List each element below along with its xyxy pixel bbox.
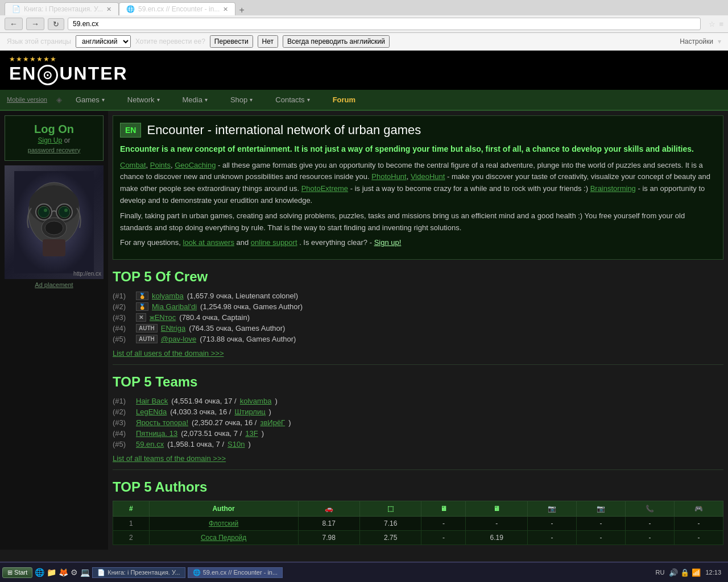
sidebar-image-inner bbox=[5, 165, 104, 279]
team-2-captain[interactable]: Штирлиц bbox=[234, 408, 265, 416]
monitor-icon-2: 🖥 bbox=[493, 505, 500, 513]
encounter-intro: EN Encounter - international network of … bbox=[113, 115, 723, 260]
signup-link[interactable]: Sign Up bbox=[38, 136, 63, 144]
svg-rect-11 bbox=[43, 239, 65, 256]
main-content: EN Encounter - international network of … bbox=[108, 111, 728, 550]
site-nav: Mobile version ◈ Games ▾ Network ▾ Media… bbox=[0, 90, 728, 111]
nav-item-media[interactable]: Media ▾ bbox=[171, 90, 219, 110]
team-5-link[interactable]: 59.en.cx bbox=[136, 440, 164, 448]
bookmark-icon[interactable]: ☆ bbox=[709, 20, 715, 28]
team-3-captain[interactable]: звИрёГ bbox=[260, 418, 285, 427]
list-item: (#4) Пятница. 13 (2,073.51 очка, 7 / 13F… bbox=[113, 428, 723, 439]
no-translate-button[interactable]: Нет bbox=[258, 35, 278, 48]
crew-member-2-link[interactable]: Mia Garibal'di bbox=[152, 302, 197, 311]
translate-language-select[interactable]: английский bbox=[76, 35, 131, 48]
rank-badge-5: AUTH bbox=[136, 335, 158, 343]
photohunt-link[interactable]: PhotoHunt bbox=[371, 172, 406, 181]
row1-val6: - bbox=[576, 517, 625, 531]
divider-2 bbox=[113, 469, 723, 470]
tab2-icon: 🌐 bbox=[126, 5, 135, 13]
top5-teams-title: TOP 5 Teams bbox=[113, 374, 723, 390]
list-item: (#1) 🏅 kolyamba (1,657.9 очка, Lieutenan… bbox=[113, 290, 723, 301]
support-link[interactable]: online support bbox=[251, 238, 297, 247]
translate-button[interactable]: Перевести bbox=[210, 35, 253, 48]
rank-badge-2: 🏅 bbox=[136, 302, 148, 311]
team-4-link[interactable]: Пятница. 13 bbox=[136, 429, 177, 438]
nav-item-forum[interactable]: Forum bbox=[321, 90, 367, 110]
svg-point-6 bbox=[59, 206, 70, 218]
team-1-captain[interactable]: kolvamba bbox=[240, 397, 272, 405]
list-item: (#3) Ярость топора! (2,350.27 очка, 16 /… bbox=[113, 417, 723, 428]
tab1-icon: 📄 bbox=[12, 5, 20, 13]
browser-nav-icons: ☆ ≡ bbox=[709, 20, 723, 28]
browser-tab-1[interactable]: 📄 Книга: i Презентация. У... ✕ bbox=[5, 2, 119, 15]
crew-member-3-link[interactable]: жENтос bbox=[150, 313, 176, 322]
team-3-link[interactable]: Ярость топора! bbox=[136, 418, 188, 427]
crew-member-4-link[interactable]: ENtriga bbox=[161, 324, 185, 332]
col-icon-7: 📞 bbox=[625, 501, 674, 517]
browser-tab-2[interactable]: 🌐 59.en.cx // Encounter - in... ✕ bbox=[119, 2, 235, 15]
browser-tabs: 📄 Книга: i Презентация. У... ✕ 🌐 59.en.c… bbox=[0, 0, 728, 15]
tab1-label: Книга: i Презентация. У... bbox=[24, 5, 103, 13]
team-5-captain[interactable]: S10n bbox=[228, 440, 245, 448]
row2-author[interactable]: Соса Педройд bbox=[149, 531, 298, 545]
signup-cta-link[interactable]: Sign up! bbox=[374, 238, 402, 247]
col-author: Author bbox=[149, 501, 298, 517]
crew-member-1-link[interactable]: kolyamba bbox=[152, 292, 184, 300]
row1-val4: - bbox=[466, 517, 527, 531]
all-users-link[interactable]: List of all users of the domain >>> bbox=[113, 349, 723, 357]
tab2-close[interactable]: ✕ bbox=[223, 6, 228, 13]
back-button[interactable]: ← bbox=[5, 18, 23, 30]
encounter-header: EN Encounter - international network of … bbox=[120, 123, 716, 138]
list-item: (#3) ✕ жENтос (780.4 очка, Captain) bbox=[113, 312, 723, 323]
videohunt-link[interactable]: VideoHunt bbox=[411, 172, 445, 181]
refresh-button[interactable]: ↻ bbox=[48, 18, 64, 30]
login-link[interactable]: Log On bbox=[12, 123, 96, 136]
points-link[interactable]: Points bbox=[150, 161, 171, 169]
answers-link[interactable]: look at answers bbox=[183, 238, 234, 247]
logo-stars: ★★★★★★★ bbox=[9, 55, 128, 63]
contacts-arrow-icon: ▾ bbox=[307, 97, 310, 103]
forward-button[interactable]: → bbox=[26, 18, 44, 30]
wrench-icon[interactable]: ≡ bbox=[719, 20, 723, 28]
nav-item-network[interactable]: Network ▾ bbox=[116, 90, 171, 110]
divider-1 bbox=[113, 364, 723, 365]
links-intro: For any questions, bbox=[120, 238, 181, 247]
nav-item-shop[interactable]: Shop ▾ bbox=[219, 90, 264, 110]
tab1-close[interactable]: ✕ bbox=[106, 6, 111, 13]
team-4-captain[interactable]: 13F bbox=[245, 429, 258, 438]
nav-separator: ◈ bbox=[54, 91, 64, 109]
nav-item-contacts[interactable]: Contacts ▾ bbox=[264, 90, 321, 110]
always-translate-button[interactable]: Всегда переводить английский bbox=[283, 35, 390, 48]
brainstorming-link[interactable]: Brainstorming bbox=[590, 184, 636, 193]
translate-settings[interactable]: Настройки bbox=[680, 38, 713, 45]
password-link[interactable]: password recovery bbox=[12, 147, 96, 153]
col-icon-1: 🚗 bbox=[298, 501, 359, 517]
gasmask-illustration bbox=[14, 171, 94, 273]
team-2-link[interactable]: LegENda bbox=[136, 408, 167, 416]
row2-val1: 7.98 bbox=[298, 531, 359, 545]
row2-val5: - bbox=[527, 531, 576, 545]
combat-link[interactable]: Combat bbox=[120, 161, 146, 169]
all-teams-link[interactable]: List of all teams of the domain >>> bbox=[113, 454, 723, 463]
encounter-title: Encounter - international network of urb… bbox=[147, 123, 421, 138]
address-bar[interactable] bbox=[68, 18, 701, 30]
nav-item-games[interactable]: Games ▾ bbox=[64, 90, 116, 110]
browser-nav: ← → ↻ ☆ ≡ bbox=[0, 15, 728, 33]
ad-placement[interactable]: Ad placement bbox=[5, 281, 104, 288]
row2-val3: - bbox=[421, 531, 466, 545]
new-tab-button[interactable]: + bbox=[235, 5, 247, 15]
geocaching-link[interactable]: GeoCaching bbox=[175, 161, 216, 169]
logo-enc: EN bbox=[9, 63, 36, 84]
row2-val6: - bbox=[576, 531, 625, 545]
translate-bar: Язык этой страницы английский Хотите пер… bbox=[0, 33, 728, 51]
mobile-version-link[interactable]: Mobile version bbox=[0, 92, 54, 107]
crew-member-5-link[interactable]: @pav-love bbox=[161, 335, 196, 343]
monitor-icon-1: 🖥 bbox=[440, 505, 447, 513]
photoextreme-link[interactable]: PhotoExtreme bbox=[301, 184, 348, 193]
translate-language-label: Язык этой страницы bbox=[7, 38, 71, 45]
media-arrow-icon: ▾ bbox=[205, 97, 208, 103]
team-1-link[interactable]: Hair Back bbox=[136, 397, 168, 405]
row1-author[interactable]: Флотский bbox=[149, 517, 298, 531]
list-item: (#2) LegENda (4,030.3 очка, 16 / Штирлиц… bbox=[113, 406, 723, 417]
